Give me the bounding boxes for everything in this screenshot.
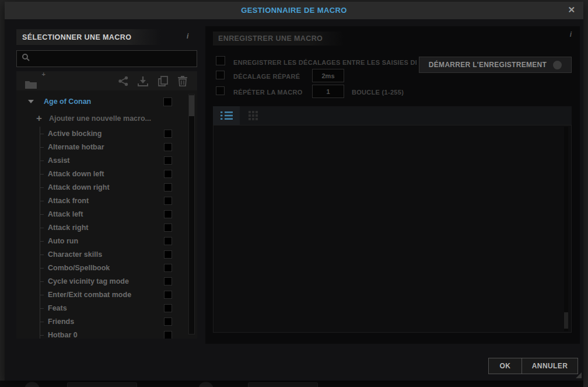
share-icon[interactable] (113, 74, 133, 89)
info-icon[interactable]: i (570, 30, 572, 39)
macro-list-scrollbar[interactable] (188, 94, 195, 334)
macro-item-checkbox[interactable] (164, 277, 172, 285)
macro-list-item[interactable]: Character skills (16, 247, 197, 261)
macro-items: Active blocking Alternate hotbar Assist … (16, 127, 197, 339)
add-macro-label: Ajouter une nouvelle macro... (49, 114, 151, 123)
macro-item-checkbox[interactable] (164, 210, 172, 218)
tab-list-view[interactable] (213, 106, 240, 125)
import-icon[interactable] (133, 74, 153, 89)
tree-connector (40, 315, 45, 328)
tree-connector (40, 207, 45, 221)
copy-icon[interactable] (153, 74, 173, 89)
macro-list-item[interactable]: Auto run (16, 234, 197, 247)
macro-item-label: Character skills (48, 250, 102, 259)
macro-list-item[interactable]: Hotbar 0 (16, 328, 197, 339)
macro-item-label: Alternate hotbar (48, 143, 104, 151)
macro-list-item[interactable]: Cycle vicinity tag mode (16, 274, 197, 288)
ok-button[interactable]: OK (489, 358, 522, 374)
macro-list-item[interactable]: Alternate hotbar (16, 140, 197, 154)
repeat-macro-label: RÉPÉTER LA MACRO (233, 89, 303, 96)
macro-item-label: Friends (48, 318, 74, 326)
macro-item-label: Assist (48, 156, 70, 165)
group-checkbox[interactable] (163, 97, 172, 106)
macro-item-label: Attack down right (48, 183, 110, 191)
macro-list-item[interactable]: Feats (16, 301, 197, 315)
select-macro-title: SÉLECTIONNER UNE MACRO (22, 33, 131, 41)
macro-steps-area[interactable] (213, 125, 572, 333)
background-knob (198, 382, 214, 387)
macro-list-item[interactable]: Enter/Exit combat mode (16, 288, 197, 301)
macro-item-checkbox[interactable] (164, 331, 172, 339)
background-field (248, 382, 318, 387)
macro-group-label[interactable]: Age of Conan (44, 97, 91, 106)
macro-item-checkbox[interactable] (164, 224, 172, 232)
fixed-delay-label: DÉCALAGE RÉPARÉ (233, 73, 300, 80)
macro-item-checkbox[interactable] (164, 291, 172, 299)
tree-connector (40, 194, 45, 207)
macro-manager-dialog: GESTIONNAIRE DE MACRO ✕ SÉLECTIONNER UNE… (5, 2, 583, 381)
macro-list-item[interactable]: Attack down left (16, 167, 197, 180)
record-dot-icon (553, 61, 562, 69)
add-macro-row[interactable]: + Ajouter une nouvelle macro... (16, 110, 197, 127)
macro-list-item[interactable]: Attack front (16, 194, 197, 207)
macro-item-checkbox[interactable] (164, 183, 172, 191)
tree-connector (40, 261, 45, 274)
scrollbar-thumb[interactable] (189, 95, 194, 116)
search-input[interactable] (35, 54, 187, 64)
macro-item-checkbox[interactable] (164, 318, 172, 326)
macro-item-label: Attack front (48, 197, 89, 205)
select-macro-header: SÉLECTIONNER UNE MACRO (16, 29, 197, 45)
tree-connector (40, 247, 45, 261)
grid-view-icon (249, 111, 258, 120)
fixed-delay-checkbox[interactable] (216, 71, 225, 79)
macro-search-box[interactable] (16, 50, 197, 67)
record-macro-header: ENREGISTRER UNE MACRO (213, 32, 388, 46)
macro-group-row[interactable]: Age of Conan (16, 93, 197, 110)
macro-item-checkbox[interactable] (164, 237, 172, 245)
cancel-button[interactable]: ANNULER (522, 358, 578, 374)
new-folder-icon[interactable]: + (21, 74, 41, 89)
chevron-down-icon[interactable] (28, 100, 34, 103)
info-icon[interactable]: i (187, 32, 188, 40)
macro-item-checkbox[interactable] (164, 170, 172, 178)
macro-list-item[interactable]: Active blocking (16, 127, 197, 140)
resize-grip[interactable] (576, 372, 582, 378)
macro-item-label: Enter/Exit combat mode (48, 291, 131, 299)
macro-list-item[interactable]: Combo/Spellbook (16, 261, 197, 274)
repeat-macro-checkbox[interactable] (216, 86, 225, 95)
macro-item-checkbox[interactable] (164, 156, 172, 165)
background-field (67, 382, 137, 387)
macro-item-checkbox[interactable] (164, 143, 172, 151)
macro-item-checkbox[interactable] (164, 304, 172, 312)
close-icon[interactable]: ✕ (568, 5, 575, 15)
tree-connector (40, 328, 45, 339)
tree-connector (40, 127, 45, 140)
macro-item-label: Attack right (48, 224, 88, 232)
start-recording-button[interactable]: DÉMARRER L'ENREGISTREMENT (419, 57, 572, 73)
tree-connector (40, 301, 45, 315)
macro-item-checkbox[interactable] (164, 130, 172, 138)
plus-icon: + (36, 114, 42, 123)
editor-scrollbar-thumb[interactable] (564, 312, 568, 329)
repeat-count-input[interactable] (312, 85, 344, 98)
macro-item-checkbox[interactable] (164, 250, 172, 259)
tab-grid-view[interactable] (240, 106, 267, 125)
macro-list-item[interactable]: Attack left (16, 207, 197, 221)
record-delays-label: ENREGISTRER LES DÉCALAGES ENTRE LES SAIS… (233, 59, 416, 66)
editor-scrollbar[interactable] (564, 127, 568, 331)
loop-range-label: BOUCLE (1-255) (352, 89, 404, 96)
macro-list-item[interactable]: Attack right (16, 221, 197, 234)
dialog-footer-buttons: OK ANNULER (488, 358, 578, 374)
macro-list-item[interactable]: Assist (16, 154, 197, 167)
record-delays-checkbox[interactable] (216, 56, 225, 65)
macro-list-item[interactable]: Friends (16, 315, 197, 328)
macro-view-tabs (213, 106, 572, 125)
macro-list-item[interactable]: Attack down right (16, 180, 197, 194)
tree-connector (40, 221, 45, 234)
macro-item-checkbox[interactable] (164, 264, 172, 272)
delete-icon[interactable] (173, 74, 192, 89)
list-view-icon (220, 111, 233, 120)
macro-item-checkbox[interactable] (164, 197, 172, 205)
fixed-delay-input[interactable] (312, 69, 344, 82)
tree-connector (40, 234, 45, 247)
